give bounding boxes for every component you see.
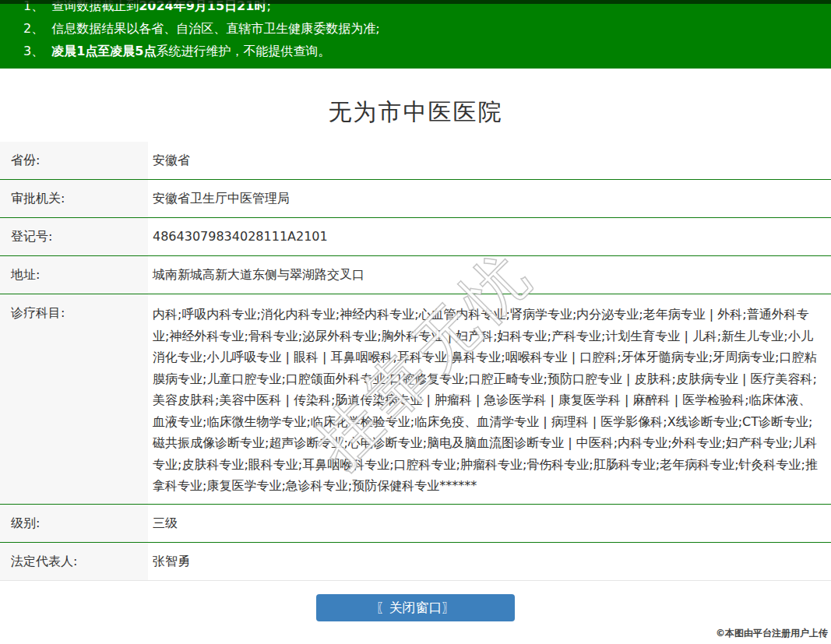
notice-line-3: 3、凌晨1点至凌晨5点系统进行维护，不能提供查询。 (23, 40, 823, 62)
table-row-level: 级别: 三级 (0, 505, 831, 543)
notice-number: 2、 (23, 17, 44, 40)
notice-number: 3、 (23, 40, 44, 62)
page-title: 无为市中医医院 (0, 97, 831, 128)
row-value: 48643079834028111A2101 (148, 218, 831, 255)
row-label: 级别: (0, 505, 148, 542)
table-row-province: 省份: 安徽省 (0, 142, 831, 180)
row-label: 地址: (0, 256, 148, 294)
row-label: 登记号: (0, 218, 148, 255)
row-label: 审批机关: (0, 180, 148, 217)
notice-text-bold: 凌晨1点至凌晨5点 (51, 44, 156, 58)
hospital-info-table: 省份: 安徽省 审批机关: 安徽省卫生厅中医管理局 登记号: 486430798… (0, 142, 831, 581)
button-bar: 〖关闭窗口〗 (0, 594, 831, 621)
row-value: 安徽省卫生厅中医管理局 (148, 180, 831, 217)
table-row-registration-number: 登记号: 48643079834028111A2101 (0, 218, 831, 256)
row-value: 内科;呼吸内科专业;消化内科专业;神经内科专业;心血管内科专业;肾病学专业;内分… (148, 294, 831, 504)
row-label: 法定代表人: (0, 543, 148, 580)
row-value: 城南新城高新大道东侧与翠湖路交叉口 (148, 256, 831, 294)
notice-text: 系统进行维护，不能提供查询。 (156, 44, 330, 58)
notice-line-2: 2、信息数据结果以各省、自治区、直辖市卫生健康委数据为准; (23, 17, 823, 40)
row-value: 安徽省 (148, 142, 831, 179)
row-label: 省份: (0, 142, 148, 179)
table-row-address: 地址: 城南新城高新大道东侧与翠湖路交叉口 (0, 256, 831, 294)
notice-text: 信息数据结果以各省、自治区、直辖市卫生健康委数据为准; (51, 21, 379, 36)
table-row-medical-subjects: 诊疗科目: 内科;呼吸内科专业;消化内科专业;神经内科专业;心血管内科专业;肾病… (0, 294, 831, 505)
row-label: 诊疗科目: (0, 294, 148, 504)
notice-banner: 1、查询数据截止到2024年9月15日21时; 2、信息数据结果以各省、自治区、… (0, 0, 831, 69)
upload-credit-note: ©本图由平台注册用户上传 (716, 627, 828, 640)
close-window-button[interactable]: 〖关闭窗口〗 (316, 594, 515, 621)
top-dark-strip (0, 0, 831, 4)
table-row-approval-authority: 审批机关: 安徽省卫生厅中医管理局 (0, 180, 831, 218)
table-row-legal-representative: 法定代表人: 张智勇 (0, 543, 831, 581)
row-value: 三级 (148, 505, 831, 542)
row-value: 张智勇 (148, 543, 831, 580)
